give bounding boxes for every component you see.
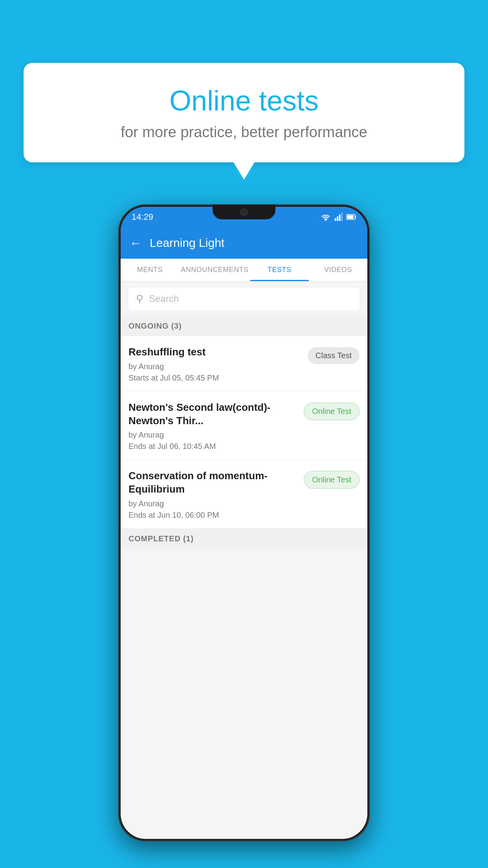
svg-rect-0	[335, 218, 336, 221]
svg-rect-2	[339, 215, 341, 221]
tab-tests[interactable]: TESTS	[250, 259, 309, 281]
svg-rect-6	[347, 215, 354, 219]
completed-section-header: COMPLETED (1)	[121, 529, 367, 549]
test-badge-3: Online Test	[304, 471, 360, 489]
ongoing-section-header: ONGOING (3)	[121, 316, 367, 336]
test-title-1: Reshuffling test	[128, 346, 303, 359]
test-author-1: by Anurag	[128, 362, 303, 371]
search-placeholder: Search	[149, 293, 179, 304]
search-icon: ⚲	[136, 293, 143, 305]
test-date-3: Ends at Jun 10, 06:00 PM	[128, 511, 299, 520]
phone-notch	[213, 204, 275, 219]
test-item-3[interactable]: Conservation of momentum-Equilibrium by …	[121, 460, 367, 529]
search-container: ⚲ Search	[121, 281, 367, 316]
tabs-container: MENTS ANNOUNCEMENTS TESTS VIDEOS	[121, 259, 367, 281]
wifi-icon	[320, 213, 331, 221]
online-tests-title: Online tests	[47, 85, 441, 117]
search-bar[interactable]: ⚲ Search	[128, 287, 360, 311]
battery-icon	[346, 213, 356, 221]
speech-bubble-container: Online tests for more practice, better p…	[24, 63, 464, 162]
svg-rect-3	[341, 213, 343, 221]
status-time: 14:29	[132, 212, 153, 222]
test-date-1: Starts at Jul 05, 05:45 PM	[128, 373, 303, 383]
test-info-2: Newton's Second law(contd)-Newton's Thir…	[128, 401, 299, 451]
speech-bubble: Online tests for more practice, better p…	[24, 63, 464, 162]
status-icons	[320, 213, 356, 221]
tab-ments[interactable]: MENTS	[121, 259, 179, 281]
tests-list: Reshuffling test by Anurag Starts at Jul…	[121, 336, 367, 529]
signal-icon	[334, 213, 343, 221]
test-item-1[interactable]: Reshuffling test by Anurag Starts at Jul…	[121, 336, 367, 392]
app-header: ← Learning Light	[121, 227, 367, 259]
phone-frame: 14:29	[118, 204, 370, 841]
ongoing-section-title: ONGOING (3)	[128, 322, 182, 330]
test-badge-1: Class Test	[308, 347, 360, 364]
tab-announcements[interactable]: ANNOUNCEMENTS	[179, 259, 250, 281]
test-info-1: Reshuffling test by Anurag Starts at Jul…	[128, 346, 303, 383]
online-tests-subtitle: for more practice, better performance	[47, 124, 441, 141]
test-title-2: Newton's Second law(contd)-Newton's Thir…	[128, 401, 299, 428]
back-button[interactable]: ←	[129, 236, 142, 250]
completed-section-title: COMPLETED (1)	[128, 534, 194, 543]
test-author-3: by Anurag	[128, 499, 299, 508]
test-item-2[interactable]: Newton's Second law(contd)-Newton's Thir…	[121, 392, 367, 460]
svg-rect-1	[337, 216, 338, 221]
tab-videos[interactable]: VIDEOS	[309, 259, 367, 281]
front-camera	[240, 208, 248, 216]
svg-rect-5	[355, 215, 356, 218]
test-author-2: by Anurag	[128, 430, 299, 440]
test-badge-2: Online Test	[304, 403, 360, 420]
test-info-3: Conservation of momentum-Equilibrium by …	[128, 469, 299, 520]
test-date-2: Ends at Jul 06, 10:45 AM	[128, 442, 299, 451]
app-title: Learning Light	[150, 236, 224, 250]
test-title-3: Conservation of momentum-Equilibrium	[128, 469, 299, 496]
phone-screen: 14:29	[121, 207, 367, 839]
